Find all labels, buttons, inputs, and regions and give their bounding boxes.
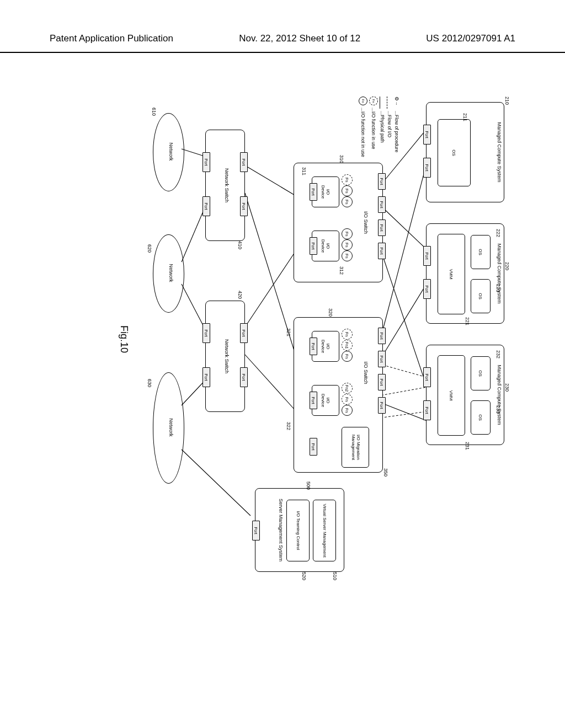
header-center: Nov. 22, 2012 Sheet 10 of 12 — [239, 33, 360, 44]
fn-circle-icon: Fn — [342, 351, 353, 362]
ref-630: 630 — [147, 379, 152, 387]
ref-310: 310 — [339, 155, 344, 163]
fn-circle-icon: Fn — [342, 405, 353, 416]
os-232: OS — [471, 356, 491, 390]
port: Port — [423, 400, 431, 420]
port: Port — [310, 338, 317, 355]
legend-text: ...I/O function in use — [371, 108, 376, 149]
fn-circle-icon: Fn — [342, 196, 353, 207]
fn-circle-icon: Fn — [342, 250, 353, 261]
network-label: Network — [168, 113, 173, 190]
port: Port — [423, 246, 431, 266]
ref-510: 510 — [332, 572, 338, 580]
svg-line-1 — [382, 162, 427, 334]
network-label: Network — [168, 372, 173, 483]
netswitch-410: Port Port Network Switch Port Port — [205, 130, 245, 241]
page-header: Patent Application Publication Nov. 22, … — [0, 33, 565, 53]
port: Port — [240, 367, 248, 387]
ref-233: 233 — [495, 405, 501, 414]
solid-line-icon — [380, 97, 381, 109]
port: Port — [310, 183, 317, 201]
port: Port — [240, 196, 248, 216]
legend: ⚙→ ...Flow of procedure ...Flow of I/O .… — [359, 97, 399, 163]
ref-220: 220 — [504, 262, 510, 270]
port: Port — [378, 220, 386, 236]
vmm-221: VMM — [438, 234, 465, 314]
svg-line-4 — [382, 253, 427, 388]
port: Port — [378, 196, 386, 213]
page: Patent Application Publication Nov. 22, … — [0, 0, 565, 728]
legend-text: ...I/O function not in use — [360, 108, 366, 157]
port: Port — [423, 125, 431, 144]
fn-circle-icon: Fn — [342, 239, 353, 250]
ref-222: 222 — [495, 229, 501, 237]
ref-350: 350 — [383, 468, 388, 477]
svg-line-14 — [182, 449, 250, 516]
port: Port — [378, 351, 386, 367]
svg-line-3 — [382, 283, 427, 357]
network-label: Network — [168, 234, 173, 312]
port: Port — [378, 397, 386, 414]
port: Port — [423, 158, 431, 178]
os-211: OS — [438, 119, 471, 186]
ref-231: 231 — [465, 442, 470, 450]
port: Port — [310, 438, 317, 456]
legend-row: ...Flow of I/O — [387, 97, 392, 163]
figure-stage: Managed Compute System OS Port Port 210 … — [66, 97, 510, 582]
server-mgmt-label: Server Management System — [278, 489, 283, 571]
legend-row: ⚙→ ...Flow of procedure — [394, 97, 399, 163]
io-migration-350: I/O Migration Management — [342, 427, 369, 468]
port: Port — [202, 367, 210, 387]
port: Port — [202, 323, 210, 343]
os-222: OS — [471, 235, 491, 269]
netswitch-label: Network Switch — [223, 130, 229, 240]
port: Port — [378, 328, 386, 344]
ref-620: 620 — [147, 244, 152, 253]
mcs-title: Managed Compute System — [496, 345, 502, 445]
os-223: OS — [471, 279, 491, 313]
ref-520: 520 — [301, 572, 307, 580]
dashed-arrow-icon — [387, 97, 388, 109]
ioswitch-label: I/O Switch — [363, 318, 368, 428]
ref-320: 320 — [328, 308, 333, 317]
managed-compute-220: Managed Compute System OS OS VMM Port Po… — [426, 223, 504, 324]
port: Port — [240, 152, 248, 172]
netswitch-420: Port Port Network Switch Port Port — [205, 301, 245, 412]
ref-321: 321 — [286, 328, 291, 336]
fn2-circle-icon: Fn2 — [342, 383, 353, 394]
fn-circle-icon: Fn — [342, 185, 353, 196]
mcs-title: Managed Compute System — [496, 224, 502, 323]
svg-line-6 — [245, 165, 296, 196]
ref-210: 210 — [504, 97, 510, 105]
ioswitch-320: Port Port Port Port I/O Switch Fn Fn1 Fn… — [294, 317, 383, 473]
ref-232: 232 — [495, 350, 501, 358]
ref-410: 410 — [237, 241, 243, 249]
port: Port — [423, 367, 431, 387]
ref-610: 610 — [151, 108, 157, 116]
port: Port — [378, 173, 386, 190]
legend-text: ...Flow of I/O — [387, 111, 392, 137]
port: Port — [202, 152, 210, 172]
mcs-title: Managed Compute System — [496, 103, 502, 202]
port: Port — [310, 237, 317, 255]
fn-solid-circle-icon: Fn — [359, 97, 367, 105]
legend-text: ...Physical path — [380, 111, 385, 143]
ref-322: 322 — [286, 422, 291, 430]
os-233: OS — [471, 400, 491, 435]
ref-311: 311 — [301, 167, 307, 175]
ioswitch-310: Port Port Port Port I/O Switch Fn Fn Fn … — [294, 163, 383, 282]
fn-circle-icon: Fn — [342, 228, 353, 239]
figure-rotated-wrap: Managed Compute System OS Port Port 210 … — [42, 117, 534, 561]
ioswitch-label: I/O Switch — [363, 163, 368, 282]
svg-line-2 — [382, 207, 427, 250]
legend-row: ...Physical path — [380, 97, 385, 163]
ref-221: 221 — [465, 317, 470, 325]
io-teaming-control-520: I/O Teaming Control — [286, 500, 310, 561]
ref-223: 223 — [495, 284, 501, 292]
svg-line-9 — [245, 355, 296, 411]
ref-230: 230 — [504, 383, 510, 392]
virtual-server-mgmt-510: Virtual Server Management — [313, 500, 336, 561]
legend-text: ...Flow of procedure — [394, 111, 399, 152]
managed-compute-230: Managed Compute System OS OS VMM Port Po… — [426, 345, 504, 445]
netswitch-label: Network Switch — [223, 301, 229, 411]
